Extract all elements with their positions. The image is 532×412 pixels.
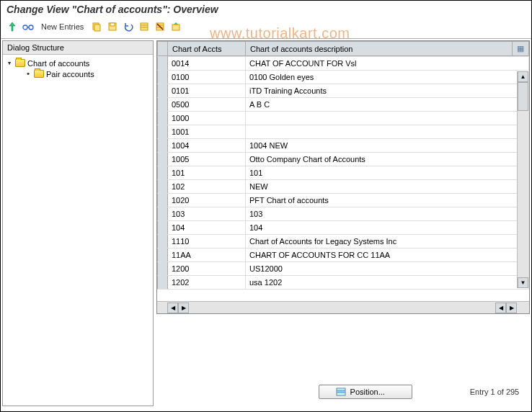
cell-code[interactable]: 11AA [168, 248, 246, 262]
tree-node-pair-accounts[interactable]: • Pair accounts [4, 68, 151, 79]
row-selector[interactable] [158, 84, 168, 98]
select-icon[interactable] [137, 19, 151, 34]
undo-icon[interactable] [121, 19, 136, 34]
table-row[interactable]: 104104 [158, 221, 529, 235]
row-selector[interactable] [158, 248, 168, 262]
row-selector[interactable] [158, 262, 168, 276]
table-row[interactable]: 102NEW [158, 180, 529, 194]
row-selector[interactable] [158, 221, 168, 235]
table-row[interactable]: 0101iTD Training Accounts [158, 84, 529, 98]
cell-desc[interactable]: Chart of Accounts for Legacy Systems Inc [246, 235, 529, 248]
cell-desc[interactable] [246, 112, 529, 125]
cell-code[interactable]: 1001 [168, 125, 246, 139]
column-header-code[interactable]: Chart of Accts [168, 42, 246, 56]
cell-code[interactable]: 1200 [168, 262, 246, 276]
cell-code[interactable]: 0500 [168, 98, 246, 112]
cell-code[interactable]: 1004 [168, 139, 246, 153]
cell-code[interactable]: 102 [168, 180, 246, 194]
cell-desc[interactable]: 1004 NEW [246, 139, 529, 153]
svg-rect-7 [141, 23, 148, 30]
deselect-icon[interactable] [153, 19, 167, 34]
table-row[interactable]: 103103 [158, 207, 529, 221]
cell-code[interactable]: 104 [168, 221, 246, 235]
cell-desc[interactable]: Otto Company Chart of Accounts [246, 153, 529, 166]
cell-desc[interactable]: CHART OF ACCOUNTS FOR CC 11AA [246, 248, 529, 262]
export-icon[interactable] [169, 19, 183, 34]
vertical-scrollbar[interactable]: ▲ ▼ [517, 71, 528, 288]
table-row[interactable]: 1110Chart of Accounts for Legacy Systems… [158, 235, 529, 248]
scroll-down-icon[interactable]: ▼ [518, 277, 528, 288]
position-button[interactable]: Position... [319, 385, 412, 399]
cell-desc[interactable]: PFT Chart of accounts [246, 194, 529, 207]
row-selector[interactable] [158, 194, 168, 207]
cell-code[interactable]: 101 [168, 166, 246, 180]
cell-desc[interactable]: 0100 Golden eyes [246, 71, 529, 84]
scroll-thumb[interactable] [518, 82, 528, 111]
scroll-right-icon[interactable]: ▶ [506, 303, 517, 313]
row-selector[interactable] [158, 125, 168, 139]
position-icon [336, 387, 346, 397]
expand-icon[interactable] [5, 19, 19, 34]
row-selector[interactable] [158, 139, 168, 153]
row-selector[interactable] [158, 57, 168, 71]
cell-desc[interactable]: usa 1202 [246, 276, 529, 290]
cell-desc[interactable]: 103 [246, 207, 529, 221]
select-all-header[interactable] [158, 42, 168, 56]
cell-desc[interactable] [246, 125, 529, 139]
copy-icon[interactable] [89, 19, 104, 34]
position-button-label: Position... [350, 388, 385, 396]
horizontal-scrollbar[interactable]: ◀ ▶ ◀ ▶ [157, 301, 529, 313]
glasses-icon[interactable] [21, 19, 35, 34]
cell-code[interactable]: 103 [168, 207, 246, 221]
cell-code[interactable]: 1110 [168, 235, 246, 248]
row-selector[interactable] [158, 207, 168, 221]
table-row[interactable]: 0500A B C [158, 98, 529, 112]
collapse-icon[interactable]: ▾ [6, 58, 13, 68]
table-row[interactable]: 01000100 Golden eyes [158, 71, 529, 84]
scroll-up-icon[interactable]: ▲ [518, 71, 528, 82]
table-row[interactable]: 101101 [158, 166, 529, 180]
tree-node-chart-of-accounts[interactable]: ▾ Chart of accounts [4, 58, 151, 68]
scroll-left-icon[interactable]: ◀ [167, 303, 178, 313]
table-settings-icon[interactable]: ▦ [513, 42, 529, 56]
table-row[interactable]: 0014CHAT OF ACCOUNT FOR Vsl [158, 57, 529, 71]
tree-node-label: Pair accounts [46, 70, 94, 79]
table-row[interactable]: 10041004 NEW [158, 139, 529, 153]
cell-desc[interactable]: iTD Training Accounts [246, 84, 529, 98]
cell-desc[interactable]: US12000 [246, 262, 529, 276]
table-row[interactable]: 1202usa 1202 [158, 276, 529, 290]
table-row[interactable]: 11AACHART OF ACCOUNTS FOR CC 11AA [158, 248, 529, 262]
cell-code[interactable]: 0101 [168, 84, 246, 98]
cell-desc[interactable]: CHAT OF ACCOUNT FOR Vsl [246, 57, 529, 71]
save-icon[interactable] [105, 19, 120, 34]
row-selector[interactable] [158, 235, 168, 248]
table-row[interactable]: 1020PFT Chart of accounts [158, 194, 529, 207]
cell-code[interactable]: 1202 [168, 276, 246, 290]
row-selector[interactable] [158, 153, 168, 166]
row-selector[interactable] [158, 180, 168, 194]
row-selector[interactable] [158, 276, 168, 290]
cell-code[interactable]: 0014 [168, 57, 246, 71]
table-row[interactable]: 1200US12000 [158, 262, 529, 276]
row-selector[interactable] [158, 71, 168, 84]
cell-code[interactable]: 1000 [168, 112, 246, 125]
column-header-desc[interactable]: Chart of accounts description [246, 42, 513, 56]
tree-node-label: Chart of accounts [27, 59, 89, 68]
cell-desc[interactable]: NEW [246, 180, 529, 194]
cell-code[interactable]: 0100 [168, 71, 246, 84]
scroll-right-icon[interactable]: ▶ [178, 303, 189, 313]
table-row[interactable]: 1005Otto Company Chart of Accounts [158, 153, 529, 166]
cell-code[interactable]: 1020 [168, 194, 246, 207]
cell-desc[interactable]: 101 [246, 166, 529, 180]
cell-code[interactable]: 1005 [168, 153, 246, 166]
cell-desc[interactable]: A B C [246, 98, 529, 112]
scroll-left-icon[interactable]: ◀ [495, 303, 506, 313]
table-row[interactable]: 1000 [158, 112, 529, 125]
table-row[interactable]: 1001 [158, 125, 529, 139]
row-selector[interactable] [158, 98, 168, 112]
row-selector[interactable] [158, 166, 168, 180]
row-selector[interactable] [158, 112, 168, 125]
svg-point-0 [23, 25, 27, 30]
new-entries-button[interactable]: New Entries [37, 21, 88, 32]
cell-desc[interactable]: 104 [246, 221, 529, 235]
